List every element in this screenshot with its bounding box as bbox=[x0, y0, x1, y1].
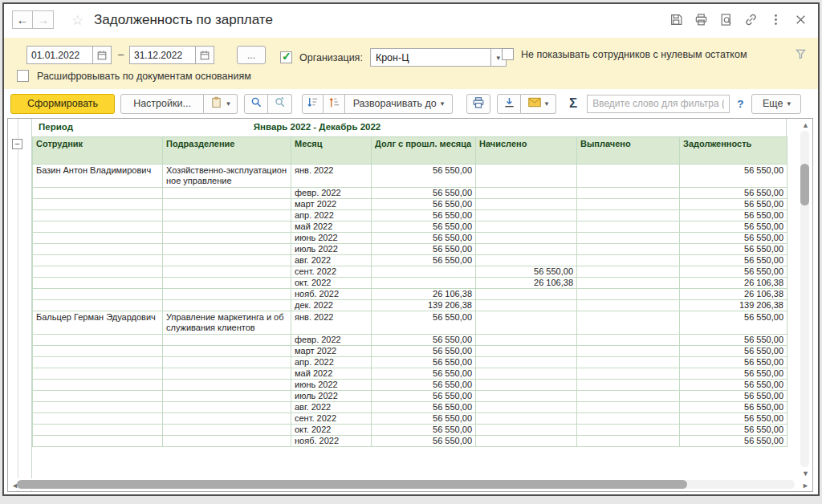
cell-department[interactable] bbox=[163, 289, 291, 300]
cell-employee[interactable] bbox=[33, 278, 163, 289]
cell-paid[interactable] bbox=[577, 311, 680, 335]
cell-month[interactable]: окт. 2022 bbox=[291, 425, 372, 436]
cell-debt-start[interactable]: 56 550,00 bbox=[372, 199, 476, 210]
expand-to-button[interactable]: Разворачивать до ▾ bbox=[345, 94, 453, 114]
cell-department[interactable] bbox=[163, 368, 291, 380]
print-button[interactable] bbox=[466, 94, 490, 114]
cell-department[interactable] bbox=[163, 244, 291, 255]
cell-debt-end[interactable]: 56 550,00 bbox=[680, 335, 787, 346]
cell-month[interactable]: май 2022 bbox=[291, 368, 372, 380]
cell-month[interactable]: март 2022 bbox=[291, 346, 372, 357]
cell-paid[interactable] bbox=[577, 289, 680, 300]
cell-debt-end[interactable]: 56 550,00 bbox=[680, 425, 787, 436]
cell-debt-start[interactable]: 56 550,00 bbox=[372, 391, 476, 402]
reset-search-button[interactable] bbox=[268, 94, 292, 114]
cell-department[interactable] bbox=[163, 233, 291, 244]
cell-accrued[interactable] bbox=[476, 413, 577, 425]
collapse-group-button[interactable]: − bbox=[12, 139, 22, 149]
cell-paid[interactable] bbox=[577, 402, 680, 413]
cell-month[interactable]: апр. 2022 bbox=[291, 210, 372, 222]
cell-department[interactable] bbox=[163, 199, 291, 210]
cell-department[interactable] bbox=[163, 222, 291, 233]
cell-employee[interactable] bbox=[33, 357, 163, 368]
cell-paid[interactable] bbox=[577, 335, 680, 346]
cell-accrued[interactable] bbox=[476, 402, 577, 413]
cell-month[interactable]: апр. 2022 bbox=[291, 357, 372, 368]
cell-paid[interactable] bbox=[577, 244, 680, 255]
cell-debt-end[interactable]: 56 550,00 bbox=[680, 222, 787, 233]
cell-accrued[interactable]: 26 106,38 bbox=[476, 278, 577, 289]
column-header[interactable]: Задолженность bbox=[680, 137, 787, 165]
cell-employee[interactable] bbox=[33, 210, 163, 222]
cell-month[interactable]: нояб. 2022 bbox=[291, 289, 372, 300]
cell-month[interactable]: март 2022 bbox=[291, 199, 372, 210]
collapse-levels-button[interactable] bbox=[302, 94, 324, 114]
cell-paid[interactable] bbox=[577, 380, 680, 391]
cell-paid[interactable] bbox=[577, 368, 680, 380]
cell-debt-end[interactable]: 56 550,00 bbox=[680, 357, 787, 368]
cell-accrued[interactable] bbox=[476, 199, 577, 210]
cell-debt-end[interactable]: 56 550,00 bbox=[680, 436, 787, 447]
cell-debt-end[interactable]: 56 550,00 bbox=[680, 165, 787, 188]
cell-accrued[interactable] bbox=[476, 222, 577, 233]
cell-department[interactable] bbox=[163, 380, 291, 391]
cell-employee[interactable] bbox=[33, 266, 163, 278]
cell-paid[interactable] bbox=[577, 413, 680, 425]
cell-department[interactable] bbox=[163, 266, 291, 278]
cell-month[interactable]: февр. 2022 bbox=[291, 335, 372, 346]
calendar-icon[interactable] bbox=[92, 46, 112, 64]
cell-employee[interactable] bbox=[33, 335, 163, 346]
cell-month[interactable]: май 2022 bbox=[291, 222, 372, 233]
period-value[interactable]: Январь 2022 - Декабрь 2022 bbox=[225, 122, 409, 132]
cell-month[interactable]: янв. 2022 bbox=[291, 311, 372, 335]
cell-paid[interactable] bbox=[577, 222, 680, 233]
cell-debt-start[interactable]: 56 550,00 bbox=[372, 368, 476, 380]
cell-department[interactable] bbox=[163, 425, 291, 436]
cell-accrued[interactable] bbox=[476, 233, 577, 244]
cell-accrued[interactable] bbox=[476, 380, 577, 391]
print-icon[interactable] bbox=[693, 11, 709, 27]
expand-docs-checkbox[interactable] bbox=[17, 70, 29, 82]
filter-funnel-icon[interactable] bbox=[795, 48, 807, 63]
cell-paid[interactable] bbox=[577, 425, 680, 436]
cell-debt-start[interactable]: 56 550,00 bbox=[372, 436, 476, 447]
vscroll-thumb[interactable] bbox=[800, 164, 809, 205]
cell-employee[interactable] bbox=[33, 391, 163, 402]
cell-debt-start[interactable]: 56 550,00 bbox=[372, 346, 476, 357]
forward-button[interactable]: → bbox=[33, 10, 54, 29]
cell-paid[interactable] bbox=[577, 278, 680, 289]
cell-employee[interactable]: Базин Антон Владимирович bbox=[33, 165, 163, 188]
cell-accrued[interactable] bbox=[476, 165, 577, 188]
cell-department[interactable] bbox=[163, 210, 291, 222]
generate-button[interactable]: Сформировать bbox=[10, 94, 115, 114]
cell-month[interactable]: июнь 2022 bbox=[291, 380, 372, 391]
quick-filter-input[interactable] bbox=[587, 95, 730, 113]
cell-debt-start[interactable]: 56 550,00 bbox=[372, 380, 476, 391]
cell-employee[interactable] bbox=[33, 436, 163, 447]
choose-period-button[interactable]: ... bbox=[237, 46, 266, 64]
cell-accrued[interactable] bbox=[476, 346, 577, 357]
cell-debt-start[interactable]: 56 550,00 bbox=[372, 222, 476, 233]
cell-employee[interactable] bbox=[33, 346, 163, 357]
cell-month[interactable]: июль 2022 bbox=[291, 244, 372, 255]
cell-debt-end[interactable]: 56 550,00 bbox=[680, 402, 787, 413]
cell-debt-start[interactable]: 56 550,00 bbox=[372, 233, 476, 244]
period-from-input[interactable] bbox=[26, 46, 92, 64]
cell-employee[interactable] bbox=[33, 199, 163, 210]
cell-department[interactable] bbox=[163, 335, 291, 346]
cell-paid[interactable] bbox=[577, 188, 680, 199]
cell-debt-end[interactable]: 26 106,38 bbox=[680, 289, 787, 300]
cell-debt-end[interactable]: 56 550,00 bbox=[680, 391, 787, 402]
cell-month[interactable]: сент. 2022 bbox=[291, 413, 372, 425]
cell-employee[interactable] bbox=[33, 233, 163, 244]
scroll-up-icon[interactable]: ▲ bbox=[802, 121, 809, 129]
column-header[interactable]: Подразделение bbox=[163, 137, 291, 165]
preview-icon[interactable] bbox=[718, 11, 734, 27]
more-icon[interactable] bbox=[767, 11, 783, 27]
cell-debt-end[interactable]: 56 550,00 bbox=[680, 255, 787, 266]
cell-department[interactable] bbox=[163, 357, 291, 368]
hscroll-thumb[interactable] bbox=[17, 480, 687, 489]
column-header[interactable]: Месяц bbox=[291, 137, 372, 165]
cell-debt-start[interactable]: 56 550,00 bbox=[372, 165, 476, 188]
cell-department[interactable] bbox=[163, 188, 291, 199]
